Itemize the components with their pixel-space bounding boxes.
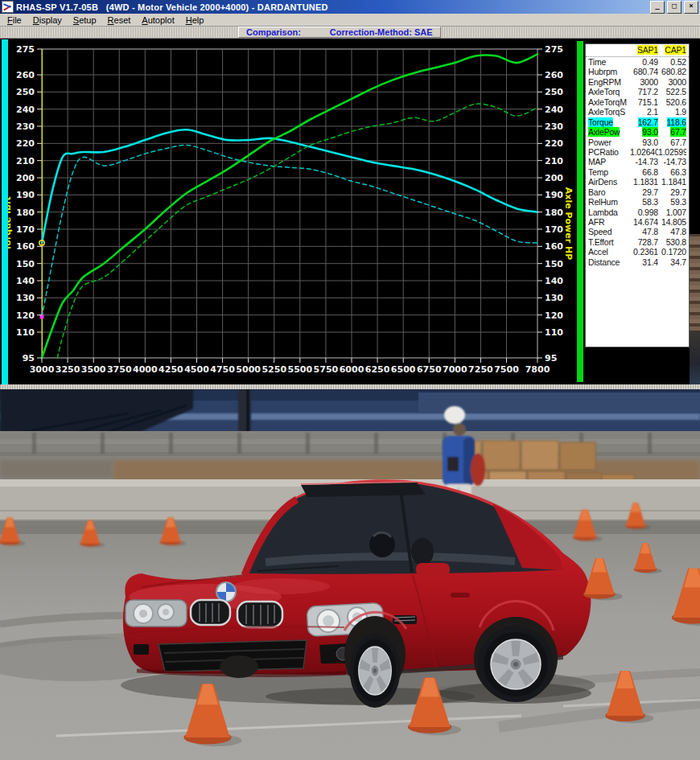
svg-text:140: 140: [16, 276, 35, 286]
toolbar-strip: Comparison: Correction-Method: SAE: [0, 27, 700, 39]
readout-table: SAP1 CAP1 Time0.490.52Hubrpm680.74680.82…: [585, 43, 690, 347]
svg-text:240: 240: [16, 105, 35, 115]
table-row: EngRPM30003000: [586, 77, 689, 87]
readout-column-sap1: SAP1: [630, 45, 658, 56]
svg-text:7800: 7800: [525, 364, 550, 375]
svg-text:6500: 6500: [391, 364, 416, 375]
svg-text:260: 260: [545, 70, 563, 80]
table-row: Power93.067.7: [586, 138, 689, 147]
minimize-button[interactable]: _: [650, 1, 665, 14]
window-edge-texture-bottom: [690, 331, 700, 384]
svg-text:230: 230: [16, 121, 35, 132]
menu-display[interactable]: Display: [27, 15, 68, 25]
power-axis-title: Axle Power HP: [563, 187, 574, 260]
svg-text:6250: 6250: [365, 364, 390, 375]
svg-text:4500: 4500: [184, 364, 209, 375]
svg-text:120: 120: [545, 310, 563, 321]
svg-text:7250: 7250: [468, 364, 493, 375]
rear-wheel: [478, 626, 554, 702]
svg-text:210: 210: [16, 156, 35, 166]
table-row: Lambda0.9981.007: [586, 207, 689, 217]
menu-reset[interactable]: Reset: [102, 15, 137, 25]
menu-bar: File Display Setup Reset Autoplot Help: [0, 14, 700, 27]
svg-text:6000: 6000: [340, 364, 364, 375]
svg-text:160: 160: [545, 241, 563, 252]
svg-text:160: 160: [16, 241, 35, 252]
svg-text:4750: 4750: [210, 364, 235, 375]
svg-text:200: 200: [16, 173, 35, 183]
svg-text:6750: 6750: [417, 364, 442, 375]
svg-text:130: 130: [545, 293, 563, 303]
svg-text:200: 200: [545, 173, 563, 183]
correction-method-label: Correction-Method: SAE: [330, 27, 433, 37]
readout-table-header: SAP1 CAP1: [586, 44, 689, 57]
window-title: RHAS-SP V1.7-05B (4WD - Motor Vehicle 20…: [16, 2, 648, 12]
table-row: Baro29.729.7: [586, 187, 689, 197]
table-row: Time0.490.52: [586, 57, 689, 67]
svg-text:250: 250: [545, 87, 563, 97]
side-mirror: [416, 563, 450, 576]
photo-scene: [0, 389, 700, 760]
menu-help[interactable]: Help: [180, 15, 210, 25]
menu-file[interactable]: File: [2, 15, 27, 25]
table-row: Accel0.23610.1720: [586, 247, 689, 257]
menu-autoplot[interactable]: Autoplot: [136, 15, 179, 25]
comparison-panel: Comparison: Correction-Method: SAE: [238, 27, 441, 38]
svg-text:3250: 3250: [56, 364, 80, 375]
svg-text:260: 260: [16, 70, 35, 80]
svg-text:210: 210: [545, 156, 563, 166]
svg-text:95: 95: [545, 353, 557, 364]
app-window: RHAS-SP V1.7-05B (4WD - Motor Vehicle 20…: [0, 0, 700, 760]
svg-text:190: 190: [545, 190, 563, 200]
svg-text:7000: 7000: [443, 364, 467, 375]
table-row: Distance31.434.7: [586, 257, 689, 267]
table-row: AxlePow93.067.7: [586, 127, 689, 137]
svg-text:150: 150: [545, 259, 563, 269]
bmw-roundel: [216, 582, 236, 602]
table-row: RelHum58.359.3: [586, 197, 689, 207]
svg-text:7500: 7500: [494, 364, 519, 375]
maximize-button[interactable]: □: [667, 1, 681, 14]
table-row: Speed47.847.8: [586, 227, 689, 236]
svg-text:140: 140: [545, 276, 563, 286]
svg-text:180: 180: [545, 207, 563, 218]
svg-text:5250: 5250: [261, 364, 286, 375]
svg-text:130: 130: [16, 293, 35, 303]
door-handle: [451, 593, 470, 598]
dyno-chart-region: 9595110110120120130130140140150150160160…: [0, 39, 700, 389]
close-button[interactable]: ×: [684, 1, 698, 14]
front-wheel: [350, 634, 401, 708]
svg-text:275: 275: [16, 44, 35, 55]
sunroof: [301, 483, 426, 497]
table-row: AFR14.67414.805: [586, 217, 689, 227]
title-bar[interactable]: RHAS-SP V1.7-05B (4WD - Motor Vehicle 20…: [0, 0, 700, 14]
svg-text:250: 250: [16, 87, 35, 97]
svg-text:4250: 4250: [159, 364, 183, 375]
table-row: AirDens1.18311.1841: [586, 177, 689, 187]
svg-text:220: 220: [16, 138, 35, 149]
svg-text:220: 220: [545, 138, 563, 149]
svg-text:275: 275: [545, 44, 563, 55]
table-row: MAP-14.73-14.73: [586, 157, 689, 166]
svg-text:5000: 5000: [236, 364, 261, 375]
svg-text:95: 95: [23, 353, 35, 364]
svg-text:190: 190: [16, 190, 35, 200]
readout-header-spacer: [588, 45, 630, 56]
svg-text:230: 230: [545, 121, 563, 132]
table-row: Temp66.866.3: [586, 167, 689, 177]
svg-text:110: 110: [16, 327, 35, 338]
svg-text:5500: 5500: [288, 364, 313, 375]
readout-table-body: Time0.490.52Hubrpm680.74680.82EngRPM3000…: [586, 57, 689, 267]
table-row: T.Effort728.7530.8: [586, 237, 689, 247]
svg-text:150: 150: [16, 259, 35, 269]
svg-text:170: 170: [545, 224, 563, 235]
svg-text:170: 170: [16, 224, 35, 235]
svg-text:180: 180: [16, 207, 35, 218]
headlight-far: [126, 600, 187, 626]
svg-text:240: 240: [545, 105, 563, 115]
menu-setup[interactable]: Setup: [68, 15, 102, 25]
dyno-chart-canvas[interactable]: 9595110110120120130130140140150150160160…: [0, 39, 582, 384]
comparison-label: Comparison:: [246, 27, 301, 37]
svg-text:4000: 4000: [133, 364, 158, 375]
table-row: Hubrpm680.74680.82: [586, 67, 689, 76]
